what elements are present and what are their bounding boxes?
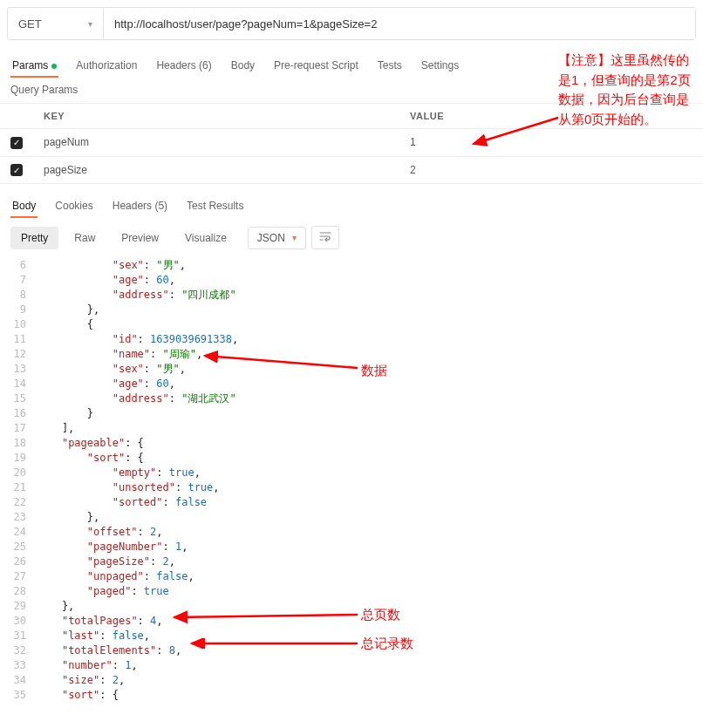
query-params-table: KEY VALUE ✓ pageNum 1 ✓ pageSize 2 xyxy=(0,103,703,184)
col-checkbox xyxy=(0,104,33,129)
tab-params[interactable]: Params xyxy=(10,54,58,77)
response-toolbar: Pretty Raw Preview Visualize JSON ▾ xyxy=(0,217,703,258)
param-key[interactable]: pageNum xyxy=(33,129,399,157)
param-key[interactable]: pageSize xyxy=(33,156,399,184)
tab-tests[interactable]: Tests xyxy=(376,54,404,77)
param-value[interactable]: 2 xyxy=(399,156,703,184)
pretty-button[interactable]: Pretty xyxy=(10,227,58,249)
tab-resp-body[interactable]: Body xyxy=(10,194,38,217)
method-label: GET xyxy=(18,17,42,31)
checkbox[interactable]: ✓ xyxy=(10,137,23,149)
chevron-down-icon: ▾ xyxy=(292,233,297,242)
query-params-title: Query Params xyxy=(0,77,703,103)
table-row: ✓ pageSize 2 xyxy=(0,156,703,184)
response-tabs: Body Cookies Headers (5) Test Results xyxy=(0,184,703,217)
chevron-down-icon: ▾ xyxy=(88,19,92,29)
wrap-button[interactable] xyxy=(311,226,339,249)
tab-resp-headers[interactable]: Headers (5) xyxy=(111,194,169,217)
param-value[interactable]: 1 xyxy=(399,129,703,157)
col-value: VALUE xyxy=(399,104,703,129)
tab-headers[interactable]: Headers (6) xyxy=(154,54,213,77)
tab-settings[interactable]: Settings xyxy=(420,54,461,77)
format-label: JSON xyxy=(257,232,285,244)
tab-resp-cookies[interactable]: Cookies xyxy=(53,194,94,217)
table-row: ✓ pageNum 1 xyxy=(0,129,703,157)
url-input[interactable] xyxy=(104,8,695,39)
tab-prerequest[interactable]: Pre-request Script xyxy=(272,54,360,77)
visualize-button[interactable]: Visualize xyxy=(174,227,237,249)
format-select[interactable]: JSON ▾ xyxy=(248,227,306,249)
preview-button[interactable]: Preview xyxy=(111,227,169,249)
tab-authorization[interactable]: Authorization xyxy=(74,54,139,77)
request-tabs: Params Authorization Headers (6) Body Pr… xyxy=(0,47,703,77)
request-bar: GET ▾ xyxy=(7,7,696,40)
raw-button[interactable]: Raw xyxy=(64,227,106,249)
active-dot-icon xyxy=(51,64,57,69)
tab-body[interactable]: Body xyxy=(229,54,256,77)
method-select[interactable]: GET ▾ xyxy=(8,8,104,39)
response-body[interactable]: 6 "sex": "男", 7 "age": 60, 8 "address": … xyxy=(0,258,703,713)
checkbox[interactable]: ✓ xyxy=(10,164,23,176)
tab-resp-tests[interactable]: Test Results xyxy=(185,194,245,217)
col-key: KEY xyxy=(33,104,399,129)
